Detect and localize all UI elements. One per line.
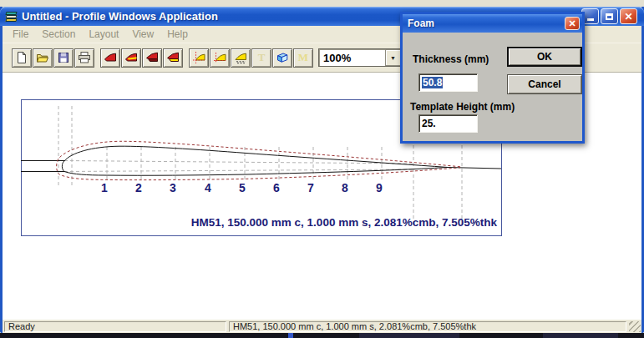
screen: Untitled - Profile Windows Application ✕… bbox=[0, 0, 644, 338]
foam-dialog: Foam ✕ Thickness (mm) 50.8 Template Heig… bbox=[400, 12, 585, 144]
status-profile-info: HM51, 150.000 mm c, 1.000 mm s, 2.081%cm… bbox=[229, 321, 626, 332]
section-chord-button[interactable] bbox=[121, 48, 141, 68]
red-section-chord-icon bbox=[124, 51, 138, 64]
station-label: 2 bbox=[135, 181, 142, 194]
menu-help[interactable]: Help bbox=[160, 27, 195, 42]
station-label: 1 bbox=[101, 181, 108, 194]
window-controls: ✕ bbox=[581, 8, 637, 24]
chevron-down-icon[interactable]: ▼ bbox=[385, 49, 401, 66]
zoom-combobox[interactable]: 100% ▼ bbox=[318, 48, 403, 67]
template-height-label: Template Height (mm) bbox=[410, 101, 515, 113]
template-offset-icon bbox=[213, 51, 226, 64]
open-folder-icon bbox=[36, 51, 49, 64]
ok-button[interactable]: OK bbox=[507, 47, 582, 67]
template-crosshair-icon bbox=[192, 51, 205, 64]
status-ready: Ready bbox=[4, 321, 226, 332]
new-document-icon bbox=[15, 51, 28, 64]
minimize-icon bbox=[587, 18, 594, 21]
close-icon: ✕ bbox=[624, 12, 632, 22]
airfoil-outline bbox=[21, 146, 501, 175]
station-label: 3 bbox=[170, 181, 176, 194]
save-floppy-icon bbox=[57, 51, 70, 64]
text-tool-icon: T bbox=[258, 51, 266, 64]
menu-file[interactable]: File bbox=[6, 27, 35, 42]
profile-info-label: HM51, 150.000 mm c, 1.000 mm s, 2.081%cm… bbox=[191, 216, 498, 229]
template-stations-icon bbox=[234, 51, 247, 64]
measure-tool-button[interactable]: M bbox=[293, 48, 313, 68]
chord-lines bbox=[64, 161, 413, 172]
template-offset-button[interactable] bbox=[210, 48, 230, 68]
measure-tool-icon: M bbox=[298, 51, 308, 64]
text-tool-button[interactable]: T bbox=[251, 48, 271, 68]
resize-grip[interactable] bbox=[629, 321, 641, 332]
red-yellow-3d-section-icon bbox=[166, 51, 180, 64]
maximize-icon bbox=[606, 13, 613, 20]
station-label: 4 bbox=[205, 181, 211, 194]
view-3d-button[interactable] bbox=[272, 48, 292, 68]
station-label: 5 bbox=[239, 181, 246, 194]
open-button[interactable] bbox=[33, 48, 53, 68]
template-height-value: 25. bbox=[422, 118, 436, 129]
menu-view[interactable]: View bbox=[125, 27, 160, 42]
printer-icon bbox=[78, 51, 91, 64]
cube-3d-icon bbox=[276, 51, 289, 64]
close-button[interactable]: ✕ bbox=[620, 8, 637, 24]
app-icon bbox=[5, 10, 18, 23]
save-button[interactable] bbox=[53, 48, 74, 68]
menu-layout[interactable]: Layout bbox=[82, 27, 125, 42]
section-3d-skin-button[interactable] bbox=[163, 48, 183, 68]
foam-dialog-title: Foam bbox=[403, 18, 565, 29]
station-labels: 1 2 3 4 5 6 7 8 9 bbox=[101, 181, 383, 194]
zoom-value: 100% bbox=[319, 52, 385, 64]
template-stations-button[interactable] bbox=[231, 48, 251, 68]
close-icon: ✕ bbox=[568, 19, 576, 28]
station-label: 9 bbox=[376, 181, 383, 194]
new-button[interactable] bbox=[12, 48, 32, 68]
foam-dialog-close-button[interactable]: ✕ bbox=[565, 17, 580, 30]
thickness-value: 50.8 bbox=[422, 77, 443, 88]
template-datum-button[interactable] bbox=[189, 48, 209, 68]
section-view-button[interactable] bbox=[100, 48, 120, 68]
thickness-label: Thickness (mm) bbox=[413, 53, 489, 65]
foam-dialog-titlebar: Foam ✕ bbox=[403, 14, 582, 33]
print-button[interactable] bbox=[74, 48, 94, 68]
menu-section[interactable]: Section bbox=[35, 27, 82, 42]
station-label: 7 bbox=[307, 181, 314, 194]
template-height-input[interactable]: 25. bbox=[418, 114, 478, 133]
red-3d-section-icon bbox=[145, 51, 159, 64]
station-label: 6 bbox=[273, 181, 280, 194]
thickness-input[interactable]: 50.8 bbox=[418, 73, 478, 92]
section-3d-button[interactable] bbox=[142, 48, 162, 68]
red-section-icon bbox=[104, 51, 117, 64]
status-bar: Ready HM51, 150.000 mm c, 1.000 mm s, 2.… bbox=[3, 319, 641, 333]
cancel-button[interactable]: Cancel bbox=[507, 74, 582, 94]
station-label: 8 bbox=[342, 181, 348, 194]
maximize-button[interactable] bbox=[601, 8, 618, 24]
desktop-strip-bottom bbox=[0, 333, 644, 338]
